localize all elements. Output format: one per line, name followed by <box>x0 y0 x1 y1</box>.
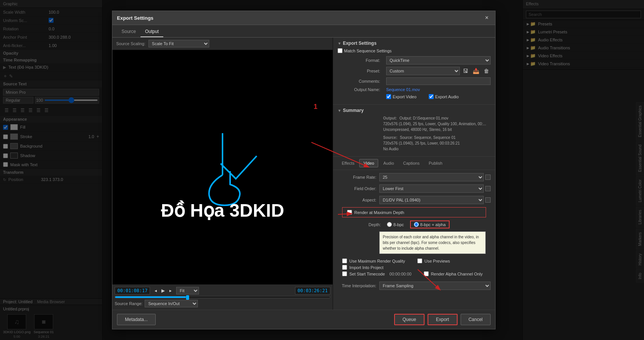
frame-rate-control: 25 <box>379 173 491 181</box>
source-line3: No Audio <box>383 147 399 151</box>
tab-publish[interactable]: Publish <box>425 159 447 167</box>
start-timecode-label: Set Start Timecode <box>349 272 385 276</box>
render-alpha-checkbox[interactable] <box>424 271 429 276</box>
format-row: Format: QuickTime <box>338 56 491 65</box>
render-max-depth-row: Render at Maximum Depth <box>342 207 486 217</box>
depth-8bpc-alpha-label: 8-bpc + alpha <box>420 222 446 227</box>
play-button[interactable]: ▶ <box>160 287 166 294</box>
format-select[interactable]: QuickTime <box>386 56 491 65</box>
tab-effects[interactable]: Effects <box>338 159 358 167</box>
start-timecode-checkbox[interactable] <box>342 271 347 276</box>
tab-video[interactable]: Video <box>359 159 378 167</box>
timeline-scrubber[interactable] <box>115 296 330 298</box>
tab-audio[interactable]: Audio <box>379 159 398 167</box>
modal-preview-panel: Source Scaling: Scale To Fit <box>112 38 333 310</box>
tab-captions[interactable]: Captions <box>399 159 424 167</box>
output-name-label: Output Name: <box>338 87 383 92</box>
depth-8bpc-alpha-option[interactable]: 8-bpc + alpha <box>410 220 450 228</box>
modal-tabs: Source Output <box>112 25 495 38</box>
output-name-row: Output Name: Sequence 01.mov <box>338 87 491 92</box>
preset-row: Preset: Custom 🖫 📥 🗑 <box>338 67 491 75</box>
format-label: Format: <box>338 58 383 63</box>
depth-tooltip: Precision of each color and alpha channe… <box>379 231 486 254</box>
preview-header: Source Scaling: Scale To Fit <box>112 38 333 50</box>
playback-buttons: ◂ ▶ ▸ <box>153 287 173 294</box>
step-forward-button[interactable]: ▸ <box>168 287 173 294</box>
output-tab[interactable]: Output <box>140 27 163 37</box>
timeline-thumb <box>186 295 189 300</box>
export-audio-row: Export Audio <box>429 94 459 99</box>
comments-label: Comments: <box>338 79 383 83</box>
video-preview-area: Đồ Họa 3DKID 1 <box>112 50 333 284</box>
depth-8bpc-alpha-radio[interactable] <box>414 222 419 227</box>
source-range-select[interactable]: Sequence In/Out <box>145 300 198 307</box>
field-order-checkbox[interactable] <box>485 186 491 191</box>
modal-close-button[interactable]: × <box>483 14 491 22</box>
output-line3: Uncompressed, 48000 Hz, Stereo, 16 bit <box>383 128 452 132</box>
aspect-checkbox[interactable] <box>485 197 491 203</box>
aspect-control: D1/DV PAL (1.0940) <box>379 196 491 204</box>
source-summary: Source: Source: Sequence, Sequence 01 72… <box>383 135 491 152</box>
delete-preset-button[interactable]: 🗑 <box>482 67 491 75</box>
start-timecode-row: Set Start Timecode 00:00:00:00 Render Al… <box>342 271 486 276</box>
match-sequence-row: Match Sequence Settings <box>338 48 491 53</box>
comments-input[interactable] <box>386 77 491 85</box>
export-button[interactable]: Export <box>428 314 458 325</box>
output-name-control: Sequence 01.mov <box>386 87 491 92</box>
summary-expand-arrow: ▼ <box>338 109 341 113</box>
export-audio-label: Export Audio <box>435 94 459 99</box>
time-interp-select[interactable]: Frame Sampling <box>379 282 491 290</box>
import-preset-button[interactable]: 📥 <box>471 67 481 75</box>
use-previews-checkbox[interactable] <box>417 258 422 263</box>
depth-8bpc-radio[interactable] <box>387 222 392 227</box>
import-project-checkbox[interactable] <box>342 265 347 270</box>
source-line2: 720x576 (1.0940), 25 fps, Lower, 00:03:2… <box>383 141 460 145</box>
source-range-label: Source Range: <box>115 301 142 306</box>
timeline-progress <box>115 296 186 298</box>
metadata-button[interactable]: Metadata... <box>117 314 156 325</box>
summary-header[interactable]: ▼ Summary <box>338 108 491 113</box>
svg-text:Đồ Họa 3DKID: Đồ Họa 3DKID <box>161 200 284 220</box>
export-audio-checkbox[interactable] <box>429 94 434 99</box>
source-key: Source: <box>383 135 397 140</box>
use-max-render-label: Use Maximum Render Quality <box>349 259 405 263</box>
summary-section: ▼ Summary Output: Output: D:\Sequence 01… <box>333 105 495 157</box>
export-video-label: Export Video <box>393 94 417 99</box>
save-preset-button[interactable]: 🖫 <box>461 67 470 75</box>
depth-row: Depth: 8-bpc 8-bpc + alpha <box>338 219 491 230</box>
use-previews-label: Use Previews <box>425 259 450 263</box>
export-settings-section: ▼ Export Settings Match Sequence Setting… <box>333 38 495 105</box>
output-name-link[interactable]: Sequence 01.mov <box>386 87 420 92</box>
source-scaling-select[interactable]: Scale To Fit <box>148 40 209 47</box>
frame-rate-checkbox[interactable] <box>485 175 491 180</box>
depth-8bpc-option[interactable]: 8-bpc <box>387 222 404 227</box>
export-settings-header[interactable]: ▼ Export Settings <box>338 41 491 46</box>
fit-select[interactable]: Fit <box>176 287 199 294</box>
output-key: Output: <box>383 116 397 120</box>
video-tabs-bar: Effects Video Audio Captions Publish <box>333 157 495 170</box>
preset-select[interactable]: Custom <box>386 67 460 75</box>
modal-settings-panel: ▼ Export Settings Match Sequence Setting… <box>333 38 495 310</box>
output-line1: Output: D:\Sequence 01.mov <box>399 116 448 120</box>
use-max-render-checkbox[interactable] <box>342 258 347 263</box>
source-tab[interactable]: Source <box>117 27 140 37</box>
match-sequence-checkbox[interactable] <box>338 48 343 53</box>
field-order-select[interactable]: Lower First <box>379 184 484 193</box>
output-summary: Output: Output: D:\Sequence 01.mov 720x5… <box>383 115 491 132</box>
source-line1: Source: Sequence, Sequence 01 <box>400 135 456 140</box>
match-sequence-label: Match Sequence Settings <box>344 49 391 53</box>
source-range-row: Source Range: Sequence In/Out <box>115 300 330 307</box>
export-settings-title: Export Settings <box>343 41 377 46</box>
render-max-depth-checkbox[interactable] <box>347 210 352 215</box>
use-max-render-row: Use Maximum Render Quality Use Previews <box>342 258 486 263</box>
aspect-select[interactable]: D1/DV PAL (1.0940) <box>379 196 484 204</box>
render-quality-rows: Use Maximum Render Quality Use Previews … <box>338 257 491 279</box>
output-line2: 720x576 (1.094), 25 fps, Lower, Quality … <box>383 122 486 126</box>
cancel-button[interactable]: Cancel <box>461 314 491 325</box>
queue-button[interactable]: Queue <box>394 314 425 325</box>
step-back-button[interactable]: ◂ <box>153 287 158 294</box>
frame-rate-select[interactable]: 25 <box>379 173 484 181</box>
export-video-checkbox[interactable] <box>386 94 391 99</box>
source-scaling-label: Source Scaling: <box>116 41 145 46</box>
preset-control: Custom 🖫 📥 🗑 <box>386 67 491 75</box>
